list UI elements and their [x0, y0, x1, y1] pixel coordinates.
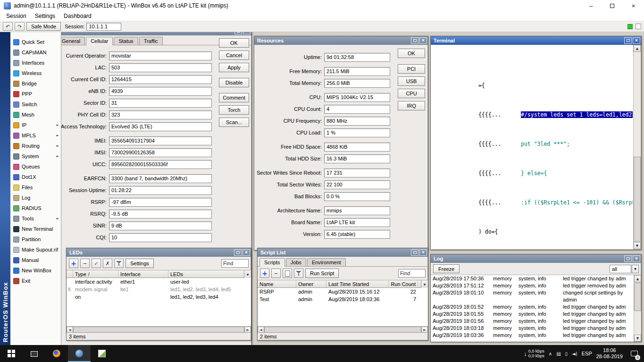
action-button[interactable]: IRQ	[398, 101, 425, 110]
log-scrollbar[interactable]: ▲ ▼	[634, 275, 641, 342]
sidebar-item[interactable]: Bridge	[10, 78, 61, 89]
column-header[interactable]: Interface	[118, 270, 168, 278]
freeze-button[interactable]: Freeze	[433, 264, 460, 273]
minimize-button[interactable]: –	[580, 0, 602, 11]
scroll-down-icon[interactable]: ▼	[634, 335, 641, 342]
sidebar-item[interactable]: IP ►	[10, 120, 61, 130]
window-maximize-button[interactable]	[234, 32, 242, 34]
field-input[interactable]: 8956028200015503336f	[109, 160, 212, 169]
scroll-left-icon[interactable]: ◄	[67, 327, 73, 333]
remove-button[interactable]: −	[271, 269, 281, 278]
scrollbar-thumb[interactable]	[73, 327, 244, 333]
log-row[interactable]: Aug/28/2019 18:01:52 memory system, info…	[431, 303, 634, 311]
field-input[interactable]: movistar	[109, 51, 212, 60]
leds-window-titlebar[interactable]: LEDs ×	[67, 248, 251, 257]
settings-button[interactable]: Settings	[125, 259, 154, 268]
sidebar-item[interactable]: PPP	[10, 89, 61, 99]
sidebar-item[interactable]: Files	[10, 182, 61, 193]
scrollbar-thumb[interactable]	[264, 327, 421, 333]
filter-button[interactable]	[114, 259, 124, 268]
window-close-button[interactable]: ×	[419, 249, 427, 256]
sidebar-item[interactable]: Exit	[10, 276, 61, 286]
disable-button[interactable]: ✗	[103, 259, 112, 268]
action-button[interactable]: Torch	[219, 105, 249, 115]
speaker-icon[interactable]: ◄)	[572, 351, 577, 356]
log-row[interactable]: Aug/28/2019 17:50:36 memory system, info…	[431, 275, 634, 282]
field-input[interactable]: 10	[109, 233, 212, 242]
scroll-right-icon[interactable]: ►	[421, 327, 428, 333]
column-header[interactable]: Type /	[73, 270, 118, 278]
tab[interactable]: General	[61, 37, 85, 45]
action-button[interactable]: Apply	[219, 63, 249, 72]
network-icon[interactable]: ▤	[556, 351, 560, 356]
log-window-titlebar[interactable]: Log ×	[431, 254, 641, 263]
field-input[interactable]: 01:28:22	[109, 186, 212, 195]
find-input[interactable]	[221, 259, 249, 268]
taskbar-clock[interactable]: 18:06 28-08-2019	[596, 347, 623, 360]
tab[interactable]: Cellular	[86, 37, 113, 45]
window-maximize-button[interactable]	[411, 249, 418, 256]
column-selector-icon[interactable]: ▼	[421, 280, 428, 288]
field-input[interactable]: 1264415	[109, 75, 212, 84]
log-row[interactable]: Aug/28/2019 18:01:56 memory system, info…	[431, 318, 634, 325]
taskbar-app[interactable]	[0, 345, 23, 362]
column-header[interactable]: LEDs	[168, 270, 251, 278]
sidebar-item[interactable]: RADIUS	[10, 203, 61, 213]
sidebar-item[interactable]: Queues	[10, 161, 61, 172]
taskbar-app[interactable]	[68, 345, 91, 362]
table-row[interactable]: RSRP admin Aug/28/2019 15:16:12 22	[258, 288, 428, 295]
column-header[interactable]: Last Time Started	[326, 280, 389, 287]
sidebar-item[interactable]: Switch	[10, 99, 61, 109]
action-button[interactable]: Cancel	[219, 51, 249, 60]
field-input[interactable]: 3300 (band 7, bandwidth 20Mhz)	[109, 174, 212, 183]
cellular-window-titlebar[interactable]: ×	[61, 32, 251, 35]
sidebar-item[interactable]: Quick Set	[10, 37, 61, 47]
terminal-window-titlebar[interactable]: Terminal ×	[431, 36, 641, 45]
add-button[interactable]: +	[260, 269, 269, 278]
field-input[interactable]: 323	[109, 110, 212, 119]
sidebar-item[interactable]: Interfaces	[10, 58, 61, 68]
script-list-window-titlebar[interactable]: Script List ×	[258, 248, 428, 257]
enable-button[interactable]: ✓	[92, 259, 101, 268]
log-row[interactable]: Aug/28/2019 18:03:36 memory system, info…	[431, 332, 634, 339]
field-input[interactable]: 9 dB	[109, 221, 212, 230]
sidebar-item[interactable]: Manual	[10, 255, 61, 265]
sidebar-item[interactable]: Log	[10, 193, 61, 203]
column-header[interactable]: Run Count	[389, 280, 418, 287]
field-input[interactable]: 730029900126358	[109, 148, 212, 157]
taskbar-app[interactable]	[45, 345, 68, 362]
window-close-button[interactable]: ×	[633, 37, 640, 44]
language-indicator[interactable]: ESP	[582, 351, 592, 356]
sidebar-item[interactable]: Tools ►	[10, 213, 61, 224]
undo-icon[interactable]: ↶	[3, 22, 13, 31]
sidebar-item[interactable]: Dot1X	[10, 172, 61, 182]
menu-item[interactable]: Settings	[31, 12, 59, 20]
scrollbar-thumb[interactable]	[634, 157, 641, 242]
field-input[interactable]: 503	[109, 63, 212, 72]
action-button[interactable]: Scan...	[219, 118, 249, 127]
column-selector-icon[interactable]: ▼	[244, 270, 251, 278]
tab[interactable]: Jobs	[286, 258, 306, 266]
action-button[interactable]: Disable	[219, 78, 249, 87]
field-input[interactable]: 31	[109, 99, 212, 108]
dropdown-arrow-icon[interactable]: ▼	[632, 265, 639, 273]
tab[interactable]: Scripts	[259, 258, 285, 267]
log-row[interactable]: Aug/28/2019 18:03:18 memory system, info…	[431, 325, 634, 332]
hidden-icons-chevron[interactable]: ∧	[549, 351, 552, 356]
terminal-output[interactable]: ={ {{{{... #/system leds set 1 leds=led1…	[431, 45, 641, 249]
table-row[interactable]: on led1, led2, led3, led4	[67, 293, 251, 301]
window-maximize-button[interactable]	[411, 37, 418, 44]
sidebar-item[interactable]: CAPsMAN	[10, 47, 61, 58]
scroll-down-icon[interactable]: ▼	[634, 242, 641, 249]
tab[interactable]: Traffic	[139, 37, 163, 45]
log-row[interactable]: Aug/28/2019 18:01:10 memory system, info…	[431, 289, 634, 303]
menu-item[interactable]: Session	[2, 12, 31, 20]
log-filter-select[interactable]: all	[610, 265, 631, 273]
log-row[interactable]: Aug/28/2019 17:51:12 memory system, info…	[431, 282, 634, 289]
window-maximize-button[interactable]	[234, 249, 242, 256]
table-row[interactable]: Test admin Aug/28/2019 18:03:36 7	[258, 295, 428, 303]
find-input[interactable]	[398, 269, 426, 278]
action-button[interactable]: Comment	[219, 93, 249, 102]
window-close-button[interactable]: ×	[243, 32, 251, 34]
action-button[interactable]: CPU	[398, 89, 425, 98]
